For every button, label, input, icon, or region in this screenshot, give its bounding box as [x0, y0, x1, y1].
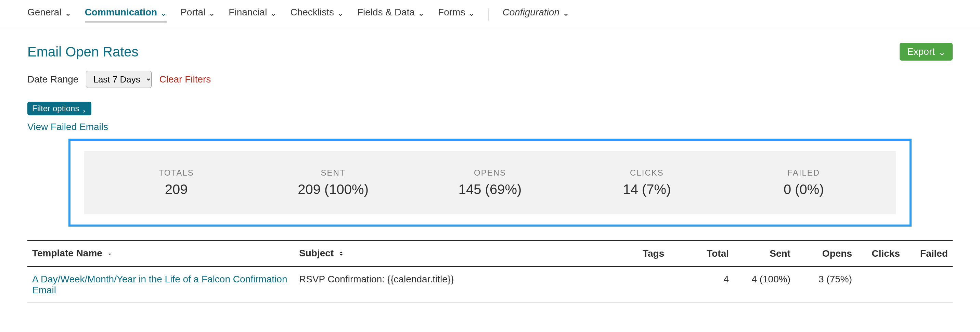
chevron-right-icon	[82, 106, 87, 111]
cell-tags	[638, 267, 686, 303]
col-label: Subject	[299, 248, 334, 259]
results-table: Template Name Subject Tags Total Sent Op…	[27, 240, 953, 303]
top-nav: General Communication Portal Financial C…	[0, 0, 980, 29]
filter-options-label: Filter options	[32, 104, 79, 113]
stat-label: OPENS	[412, 168, 568, 178]
chevron-down-icon	[563, 9, 569, 15]
export-label: Export	[907, 46, 935, 57]
stat-value: 209 (100%)	[255, 182, 411, 197]
view-failed-emails-link[interactable]: View Failed Emails	[27, 121, 108, 132]
date-range-row: Date Range Last 7 Days Clear Filters	[27, 71, 953, 88]
cell-failed	[905, 267, 953, 303]
export-button[interactable]: Export	[900, 43, 953, 61]
stat-sent: SENT 209 (100%)	[255, 168, 411, 197]
nav-label: Fields & Data	[357, 7, 415, 18]
col-label: Template Name	[32, 248, 102, 259]
nav-label: Financial	[229, 7, 267, 18]
sort-both-icon	[339, 249, 344, 259]
nav-label: Forms	[438, 7, 465, 18]
chevron-down-icon	[468, 9, 475, 15]
chevron-down-icon	[270, 9, 277, 15]
col-template-name[interactable]: Template Name	[27, 241, 294, 267]
nav-item-fields-data[interactable]: Fields & Data	[357, 7, 424, 22]
stat-label: FAILED	[725, 168, 882, 178]
nav-item-communication[interactable]: Communication	[85, 7, 167, 22]
stat-label: SENT	[255, 168, 411, 178]
stats-highlight: TOTALS 209 SENT 209 (100%) OPENS 145 (69…	[68, 139, 912, 227]
clear-filters-link[interactable]: Clear Filters	[159, 74, 211, 85]
page-title: Email Open Rates	[27, 44, 138, 59]
filter-options-button[interactable]: Filter options	[27, 102, 91, 115]
nav-item-financial[interactable]: Financial	[229, 7, 277, 22]
col-subject[interactable]: Subject	[294, 241, 638, 267]
stat-value: 145 (69%)	[412, 182, 568, 197]
nav-label: Configuration	[502, 7, 560, 18]
sort-desc-icon	[107, 249, 113, 259]
stat-clicks: CLICKS 14 (7%)	[568, 168, 725, 197]
cell-opens: 3 (75%)	[795, 267, 857, 303]
page-body: Email Open Rates Export Date Range Last …	[0, 29, 980, 324]
nav-item-forms[interactable]: Forms	[438, 7, 475, 22]
col-label: Opens	[822, 248, 852, 259]
col-clicks[interactable]: Clicks	[857, 241, 905, 267]
col-failed[interactable]: Failed	[905, 241, 953, 267]
nav-label: General	[27, 7, 62, 18]
nav-item-portal[interactable]: Portal	[180, 7, 215, 22]
col-opens[interactable]: Opens	[795, 241, 857, 267]
stat-label: TOTALS	[98, 168, 255, 178]
col-label: Tags	[643, 248, 664, 259]
col-label: Clicks	[872, 248, 900, 259]
nav-label: Portal	[180, 7, 205, 18]
table-header-row: Template Name Subject Tags Total Sent Op…	[27, 241, 953, 267]
col-label: Total	[706, 248, 729, 259]
chevron-down-icon	[161, 9, 167, 15]
col-label: Failed	[920, 248, 948, 259]
nav-item-general[interactable]: General	[27, 7, 71, 22]
chevron-down-icon	[939, 49, 945, 55]
stat-value: 14 (7%)	[568, 182, 725, 197]
cell-clicks	[857, 267, 905, 303]
date-range-label: Date Range	[27, 74, 78, 85]
table-row: A Day/Week/Month/Year in the Life of a F…	[27, 267, 953, 303]
nav-label: Communication	[85, 7, 158, 18]
cell-total: 4	[686, 267, 733, 303]
col-total[interactable]: Total	[686, 241, 733, 267]
chevron-down-icon	[418, 9, 424, 15]
header-row: Email Open Rates Export	[27, 43, 953, 61]
chevron-down-icon	[65, 9, 71, 15]
template-link[interactable]: A Day/Week/Month/Year in the Life of a F…	[32, 274, 288, 295]
col-tags[interactable]: Tags	[638, 241, 686, 267]
col-label: Sent	[770, 248, 791, 259]
nav-item-checklists[interactable]: Checklists	[290, 7, 344, 22]
nav-item-configuration[interactable]: Configuration	[502, 7, 569, 22]
date-range-select[interactable]: Last 7 Days	[86, 71, 151, 88]
nav-label: Checklists	[290, 7, 334, 18]
stat-failed: FAILED 0 (0%)	[725, 168, 882, 197]
stat-label: CLICKS	[568, 168, 725, 178]
stats-panel: TOTALS 209 SENT 209 (100%) OPENS 145 (69…	[84, 151, 896, 214]
chevron-down-icon	[209, 9, 215, 15]
cell-subject: RSVP Confirmation: {{calendar.title}}	[294, 267, 638, 303]
cell-sent: 4 (100%)	[733, 267, 795, 303]
col-sent[interactable]: Sent	[733, 241, 795, 267]
stat-value: 209	[98, 182, 255, 197]
stat-totals: TOTALS 209	[98, 168, 255, 197]
stat-value: 0 (0%)	[725, 182, 882, 197]
cell-template-name: A Day/Week/Month/Year in the Life of a F…	[27, 267, 294, 303]
chevron-down-icon	[337, 9, 344, 15]
stat-opens: OPENS 145 (69%)	[412, 168, 568, 197]
